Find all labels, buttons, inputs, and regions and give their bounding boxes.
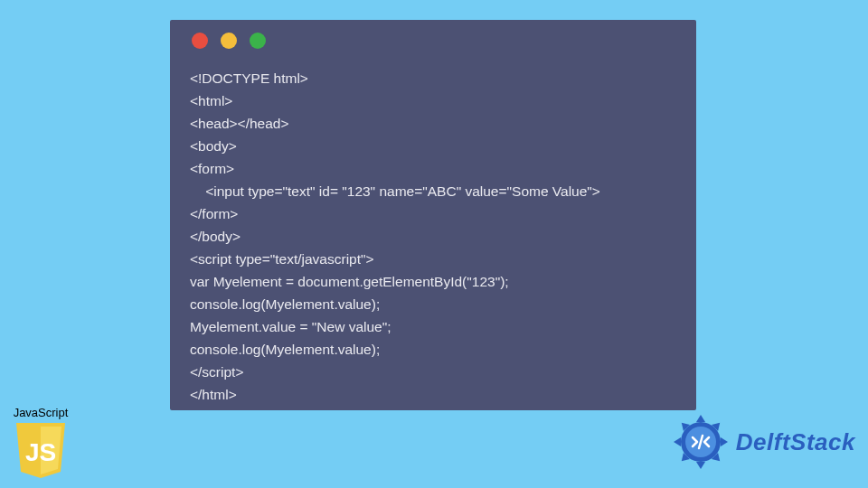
delftstack-logo-icon (671, 412, 731, 472)
shield-text: JS (25, 438, 56, 466)
javascript-badge: JavaScript JS (5, 406, 76, 479)
code-block: <!DOCTYPE html> <html> <head></head> <bo… (190, 67, 676, 406)
minimize-icon (221, 33, 237, 49)
window-traffic-lights (192, 33, 676, 49)
svg-marker-8 (674, 437, 681, 446)
close-icon (192, 33, 208, 49)
code-window: <!DOCTYPE html> <html> <head></head> <bo… (170, 20, 696, 410)
svg-marker-6 (696, 462, 705, 469)
delftstack-brand: DelftStack (671, 412, 855, 472)
javascript-shield-icon: JS (14, 421, 67, 479)
svg-marker-2 (696, 415, 705, 422)
maximize-icon (250, 33, 266, 49)
javascript-label: JavaScript (5, 406, 76, 419)
delftstack-text: DelftStack (736, 428, 855, 456)
svg-marker-4 (721, 437, 728, 446)
